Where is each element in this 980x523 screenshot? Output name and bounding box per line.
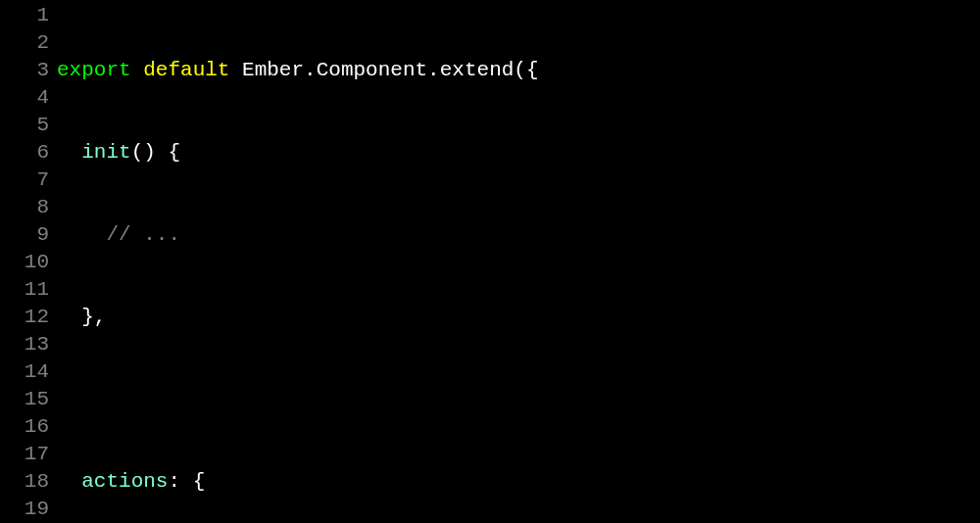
line-number: 14 bbox=[0, 358, 49, 386]
line-number: 16 bbox=[0, 413, 49, 441]
line-number: 11 bbox=[0, 276, 49, 304]
line-number: 17 bbox=[0, 441, 49, 468]
identifier-component: Component bbox=[317, 59, 427, 81]
code-area[interactable]: export default Ember.Component.extend({ … bbox=[57, 2, 980, 523]
line-number: 13 bbox=[0, 331, 49, 358]
identifier-extend: extend bbox=[440, 59, 514, 81]
line-number: 12 bbox=[0, 304, 49, 331]
code-editor[interactable]: 1 2 3 4 5 6 7 8 9 10 11 12 13 14 15 16 1… bbox=[0, 0, 980, 523]
code-line: export default Ember.Component.extend({ bbox=[57, 57, 980, 84]
code-line: init() { bbox=[57, 139, 980, 166]
identifier-ember: Ember bbox=[242, 59, 304, 81]
line-number: 15 bbox=[0, 386, 49, 413]
line-number: 18 bbox=[0, 468, 49, 496]
code-line bbox=[57, 386, 980, 413]
code-line: }, bbox=[57, 304, 980, 331]
line-number-gutter: 1 2 3 4 5 6 7 8 9 10 11 12 13 14 15 16 1… bbox=[0, 2, 57, 523]
line-number: 8 bbox=[0, 194, 49, 221]
line-number: 6 bbox=[0, 139, 49, 166]
keyword-export: export bbox=[57, 59, 131, 81]
line-number: 7 bbox=[0, 166, 49, 194]
line-number: 10 bbox=[0, 249, 49, 276]
line-number: 19 bbox=[0, 496, 49, 523]
code-line: actions: { bbox=[57, 468, 980, 496]
line-number: 2 bbox=[0, 29, 49, 57]
keyword-default: default bbox=[143, 59, 229, 81]
comment: // ... bbox=[106, 223, 180, 246]
line-number: 4 bbox=[0, 84, 49, 112]
line-number: 9 bbox=[0, 221, 49, 249]
line-number: 5 bbox=[0, 112, 49, 139]
property-actions: actions bbox=[81, 470, 168, 493]
line-number: 3 bbox=[0, 57, 49, 84]
method-init: init bbox=[81, 141, 130, 164]
code-line: // ... bbox=[57, 221, 980, 249]
line-number: 1 bbox=[0, 2, 49, 29]
